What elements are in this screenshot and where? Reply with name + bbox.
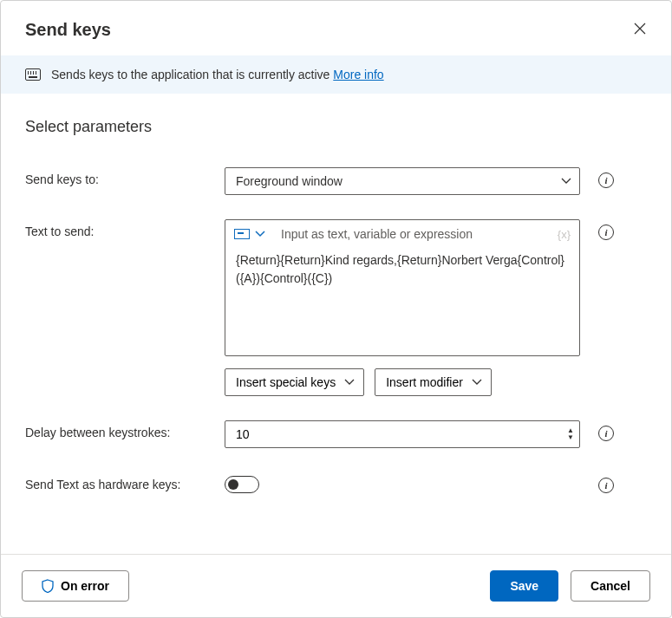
help-send-keys-to[interactable]: i	[598, 172, 614, 188]
send-keys-dialog: Send keys Sends keys to the application …	[0, 0, 672, 618]
editor-hint: Input as text, variable or expression	[281, 227, 552, 241]
delay-input[interactable]	[225, 427, 579, 441]
text-to-send-editor: Input as text, variable or expression {x…	[225, 219, 580, 356]
text-mode-icon[interactable]	[234, 229, 250, 239]
variable-picker[interactable]: {x}	[558, 228, 571, 241]
info-bar: Sends keys to the application that is cu…	[1, 55, 671, 94]
chevron-down-icon	[472, 379, 482, 386]
shield-icon	[42, 579, 54, 593]
close-button[interactable]	[630, 18, 650, 42]
on-error-button[interactable]: On error	[22, 570, 129, 602]
delay-spinner: ▲ ▼	[567, 421, 574, 447]
toggle-knob	[228, 479, 238, 490]
section-title: Select parameters	[25, 118, 647, 136]
dialog-header: Send keys	[1, 1, 671, 55]
editor-textarea[interactable]: {Return}{Return}Kind regards,{Return}Nor…	[225, 244, 579, 298]
text-to-send-label: Text to send:	[25, 219, 225, 238]
dialog-title: Send keys	[25, 20, 111, 40]
row-text-to-send: Text to send: Input as text, variable or…	[25, 219, 647, 396]
cancel-button[interactable]: Cancel	[571, 570, 650, 602]
insert-special-label: Insert special keys	[236, 375, 336, 389]
chevron-down-icon	[561, 178, 571, 185]
footer-actions: Save Cancel	[490, 570, 650, 602]
help-delay[interactable]: i	[598, 426, 614, 441]
info-description: Sends keys to the application that is cu…	[51, 68, 333, 81]
hardware-toggle[interactable]	[225, 476, 259, 493]
row-delay: Delay between keystrokes: ▲ ▼ i	[25, 420, 647, 448]
on-error-label: On error	[61, 579, 109, 593]
help-text-to-send[interactable]: i	[598, 224, 614, 240]
insert-modifier-label: Insert modifier	[386, 375, 463, 389]
save-button[interactable]: Save	[490, 570, 558, 602]
row-send-keys-to: Send keys to: Foreground window i	[25, 167, 647, 195]
send-keys-to-select[interactable]: Foreground window	[225, 167, 580, 195]
dialog-content: Select parameters Send keys to: Foregrou…	[1, 94, 671, 554]
delay-input-wrapper: ▲ ▼	[225, 420, 580, 448]
keyboard-icon	[25, 68, 41, 81]
send-keys-to-value: Foreground window	[236, 174, 343, 188]
insert-modifier-button[interactable]: Insert modifier	[375, 368, 492, 396]
send-keys-to-label: Send keys to:	[25, 167, 225, 186]
row-hardware-keys: Send Text as hardware keys: i	[25, 472, 647, 493]
editor-buttons: Insert special keys Insert modifier	[225, 368, 580, 396]
insert-special-keys-button[interactable]: Insert special keys	[225, 368, 364, 396]
delay-decrement[interactable]: ▼	[567, 434, 574, 441]
help-hardware[interactable]: i	[598, 478, 614, 493]
more-info-link[interactable]: More info	[333, 68, 383, 81]
delay-label: Delay between keystrokes:	[25, 420, 225, 439]
editor-toolbar: Input as text, variable or expression {x…	[225, 220, 579, 244]
hardware-label: Send Text as hardware keys:	[25, 472, 225, 491]
editor-mode-chevron[interactable]	[255, 231, 265, 237]
close-icon	[633, 22, 647, 36]
info-text: Sends keys to the application that is cu…	[51, 68, 384, 81]
chevron-down-icon	[344, 379, 355, 386]
dialog-footer: On error Save Cancel	[1, 554, 671, 617]
